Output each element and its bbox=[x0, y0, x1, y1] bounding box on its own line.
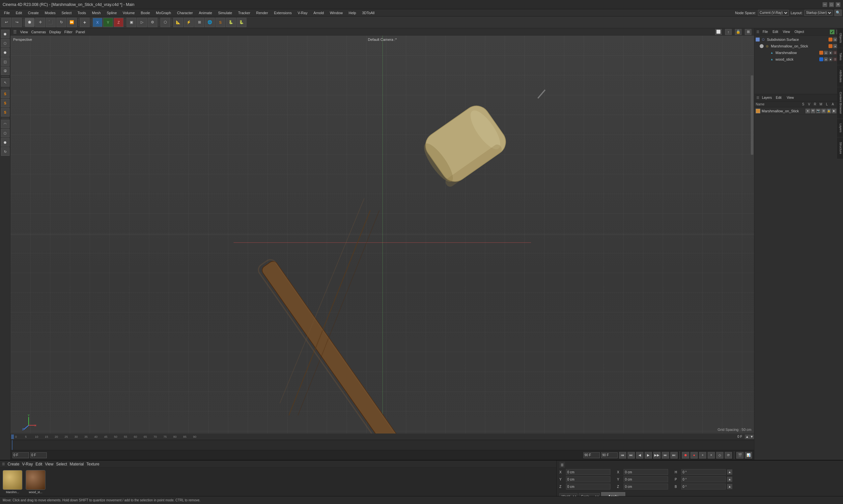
subdiv-vis-badge[interactable]: ● bbox=[833, 38, 837, 41]
h-up-btn[interactable]: ▲ bbox=[727, 469, 732, 475]
obj-marshmallow-on-stick[interactable]: ◎ Marshmallow_on_Stick ● ■ bbox=[754, 43, 843, 49]
play-btn[interactable]: ▶ bbox=[645, 452, 652, 458]
b-up-btn[interactable]: ▲ bbox=[727, 484, 732, 489]
mode-object[interactable]: ⬟ bbox=[25, 18, 35, 27]
viewport-main[interactable]: Perspective Default Camera :* bbox=[11, 36, 754, 433]
sidebar-spline3[interactable]: S bbox=[1, 108, 10, 116]
play-back-btn[interactable]: ◀ bbox=[636, 452, 643, 458]
mat-hamburger-icon[interactable]: ☰ bbox=[2, 462, 5, 466]
menu-simulate[interactable]: Simulate bbox=[215, 10, 235, 16]
attr-hamburger-btn[interactable]: ☰ bbox=[559, 462, 565, 468]
vp-expand-btn[interactable]: ⬜ bbox=[715, 29, 722, 35]
mat-item-wood[interactable]: wood_st... bbox=[26, 470, 46, 494]
mat-item-marshmallow[interactable]: Marshm... bbox=[3, 470, 22, 494]
snap-btn[interactable]: 📐 bbox=[173, 18, 183, 27]
redo-button[interactable]: ↪ bbox=[12, 18, 22, 27]
p-input[interactable] bbox=[681, 476, 726, 482]
mat-menu-create[interactable]: Create bbox=[7, 462, 19, 466]
menu-create[interactable]: Create bbox=[25, 10, 41, 16]
render-settings[interactable]: ⚙ bbox=[148, 18, 158, 27]
search-button[interactable]: 🔍 bbox=[835, 10, 842, 16]
sidebar-tool2[interactable]: ⬡ bbox=[1, 129, 10, 137]
vp-menu-panel[interactable]: Panel bbox=[76, 30, 85, 34]
object-mode-btn[interactable]: ⬡ bbox=[160, 18, 170, 27]
menu-3dtoall[interactable]: 3DToAll bbox=[359, 10, 377, 16]
loop-btn[interactable]: ⟳ bbox=[725, 452, 732, 458]
vp-menu-view[interactable]: View bbox=[20, 30, 28, 34]
prev-key-btn[interactable]: ⏭ bbox=[628, 452, 635, 458]
goto-end-btn[interactable]: ⏭ bbox=[662, 452, 669, 458]
vtab-takes[interactable]: Takes bbox=[837, 48, 843, 66]
render-region[interactable]: ▣ bbox=[126, 18, 137, 27]
node-space-select[interactable]: Current (V-Ray) bbox=[758, 10, 789, 16]
undo-button[interactable]: ↩ bbox=[1, 18, 11, 27]
mat-menu-texture[interactable]: Texture bbox=[86, 462, 99, 466]
frame-end-input[interactable] bbox=[584, 452, 600, 458]
mat-menu-vray[interactable]: V-Ray bbox=[22, 462, 33, 466]
key-add-btn[interactable]: + bbox=[699, 452, 706, 458]
frame-total-input[interactable] bbox=[601, 452, 618, 458]
next-key-btn[interactable]: ⏭ bbox=[670, 452, 678, 458]
obj-subdivision-surface[interactable]: ⬡ Subdivision Surface ● ■ bbox=[754, 36, 843, 43]
frame-start-input[interactable] bbox=[13, 452, 29, 458]
b-input[interactable] bbox=[681, 484, 726, 489]
tl-up-btn[interactable]: ▲ bbox=[745, 434, 750, 439]
menu-character[interactable]: Character bbox=[174, 10, 195, 16]
sidebar-uv-mode[interactable]: ◫ bbox=[1, 57, 10, 66]
obj-marshmallow[interactable]: ▲ Marshmallow ● ■ ◫ ⬚ bbox=[754, 49, 843, 56]
objects-ok-btn[interactable]: ✓ bbox=[830, 30, 835, 34]
vtab-layers2[interactable]: Layers bbox=[837, 119, 843, 137]
mat-menu-edit[interactable]: Edit bbox=[36, 462, 42, 466]
objects-hamburger-icon[interactable]: ☰ bbox=[756, 30, 759, 34]
vtab-structure[interactable]: Structure bbox=[837, 137, 843, 159]
menu-arnold[interactable]: Arnold bbox=[311, 10, 326, 16]
sidebar-edge-mode[interactable]: ⬡ bbox=[1, 39, 10, 48]
python-btn[interactable]: 🐍 bbox=[236, 18, 246, 27]
frame-current-input[interactable] bbox=[30, 452, 47, 458]
play-fwd-btn[interactable]: ▶▶ bbox=[653, 452, 661, 458]
vp-hamburger-icon[interactable]: ☰ bbox=[13, 30, 17, 34]
mode-rotate[interactable]: ↻ bbox=[56, 18, 66, 27]
menu-mesh[interactable]: Mesh bbox=[89, 10, 104, 16]
tool-add[interactable]: + bbox=[80, 18, 90, 27]
menu-volume[interactable]: Volume bbox=[120, 10, 138, 16]
mode-move[interactable]: ✛ bbox=[35, 18, 45, 27]
layers-hamburger-icon[interactable]: ☰ bbox=[756, 96, 759, 100]
layer-render-btn[interactable]: 📷 bbox=[816, 109, 821, 113]
menu-boole[interactable]: Boole bbox=[138, 10, 153, 16]
vray-btn2[interactable]: 🐍 bbox=[226, 18, 236, 27]
layout-select[interactable]: Startup (User) bbox=[805, 10, 832, 16]
vp-maximize-btn[interactable]: ↑ bbox=[725, 29, 732, 35]
layer-solo-btn[interactable]: ● bbox=[805, 109, 810, 113]
render-viewport[interactable]: ▷ bbox=[137, 18, 147, 27]
layer-item-marshmallow[interactable]: Marshmallow_on_Stick ● 👁 📷 ⊞ 🔒 ▶ ⚡ bbox=[754, 107, 843, 115]
vtab-content-browser[interactable]: Content Browser bbox=[837, 87, 843, 119]
sidebar-spline2[interactable]: S bbox=[1, 99, 10, 107]
z-pos-input[interactable] bbox=[566, 484, 610, 489]
menu-tools[interactable]: Tools bbox=[75, 10, 89, 16]
menu-select[interactable]: Select bbox=[59, 10, 74, 16]
timeline-track[interactable] bbox=[11, 440, 754, 450]
grid-btn[interactable]: ⊞ bbox=[194, 18, 204, 27]
x-rot-input[interactable] bbox=[624, 469, 668, 475]
mode-anim[interactable]: ⏩ bbox=[67, 18, 77, 27]
y-pos-input[interactable] bbox=[566, 476, 610, 482]
menu-file[interactable]: File bbox=[1, 10, 13, 16]
objects-menu-edit[interactable]: Edit bbox=[771, 29, 779, 34]
layer-anim-btn[interactable]: ▶ bbox=[832, 109, 837, 113]
vp-menu-display[interactable]: Display bbox=[49, 30, 61, 34]
m-c-badge[interactable]: ■ bbox=[828, 51, 832, 55]
m-render-badge[interactable]: ◫ bbox=[833, 51, 837, 55]
ws-vis-badge[interactable]: ● bbox=[824, 57, 828, 61]
menu-modes[interactable]: Modes bbox=[42, 10, 58, 16]
menu-spline[interactable]: Spline bbox=[104, 10, 120, 16]
vray-btn1[interactable]: S bbox=[215, 18, 225, 27]
menu-help[interactable]: Help bbox=[346, 10, 359, 16]
ws-render-badge[interactable]: ◫ bbox=[833, 57, 837, 61]
sidebar-point-mode[interactable]: ⦿ bbox=[1, 67, 10, 75]
menu-window[interactable]: Window bbox=[327, 10, 345, 16]
obj-wood-stick[interactable]: ▲ wood_stick ● ■ ◫ ⬚ bbox=[754, 56, 843, 62]
sidebar-face-mode[interactable]: ⬢ bbox=[1, 48, 10, 57]
viewport-scrollbar[interactable] bbox=[751, 75, 753, 155]
objects-menu-file[interactable]: File bbox=[761, 29, 769, 34]
